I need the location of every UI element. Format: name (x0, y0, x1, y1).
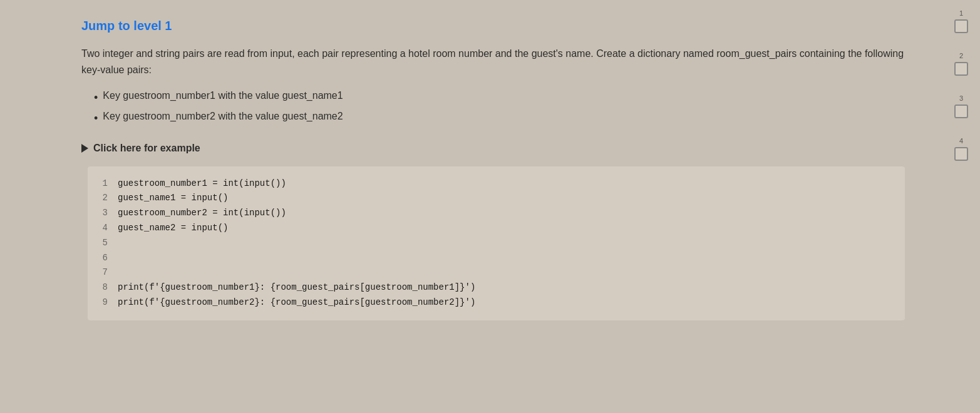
description-text: Two integer and string pairs are read fr… (81, 46, 905, 78)
level-item-3: 3 (954, 94, 968, 118)
bullet-list: Key guestroom_number1 with the value gue… (94, 90, 905, 126)
line-num-3: 3 (100, 206, 108, 221)
code-line-6: 6 (100, 251, 892, 266)
line-code-6 (118, 251, 123, 266)
code-block: 1 guestroom_number1 = int(input()) 2 gue… (88, 166, 905, 320)
bullet-item-2-text: Key guestroom_number2 with the value gue… (103, 111, 343, 122)
bullet-item-1-text: Key guestroom_number1 with the value gue… (103, 90, 343, 101)
level-checkbox-4[interactable] (954, 147, 968, 161)
code-line-2: 2 guest_name1 = input() (100, 191, 892, 206)
code-line-8: 8 print(f'{guestroom_number1}: {room_gue… (100, 280, 892, 295)
code-line-1: 1 guestroom_number1 = int(input()) (100, 176, 892, 191)
level-checkbox-2[interactable] (954, 62, 968, 76)
click-example-label: Click here for example (93, 143, 200, 154)
level-item-4: 4 (954, 137, 968, 161)
line-num-4: 4 (100, 221, 108, 236)
line-code-1: guestroom_number1 = int(input()) (118, 176, 286, 191)
level-number-3: 3 (959, 94, 963, 102)
line-code-2: guest_name1 = input() (118, 191, 228, 206)
line-code-8: print(f'{guestroom_number1}: {room_guest… (118, 280, 475, 295)
main-content: Jump to level 1 Two integer and string p… (0, 0, 942, 413)
line-code-4: guest_name2 = input() (118, 221, 228, 236)
line-code-5 (118, 236, 123, 251)
line-code-7 (118, 265, 123, 280)
line-code-9: print(f'{guestroom_number2}: {room_guest… (118, 295, 475, 310)
bullet-item-1: Key guestroom_number1 with the value gue… (94, 90, 905, 106)
right-sidebar: 1 2 3 4 (942, 0, 980, 413)
triangle-icon (81, 144, 88, 153)
jump-to-level-heading[interactable]: Jump to level 1 (81, 19, 905, 33)
code-line-5: 5 (100, 236, 892, 251)
level-number-1: 1 (959, 9, 963, 17)
line-num-5: 5 (100, 236, 108, 251)
level-checkbox-3[interactable] (954, 105, 968, 118)
level-number-4: 4 (959, 137, 963, 145)
line-num-1: 1 (100, 176, 108, 191)
code-line-3: 3 guestroom_number2 = int(input()) (100, 206, 892, 221)
line-code-3: guestroom_number2 = int(input()) (118, 206, 286, 221)
code-line-7: 7 (100, 265, 892, 280)
level-checkbox-1[interactable] (954, 19, 968, 33)
click-example-toggle[interactable]: Click here for example (81, 143, 905, 154)
code-line-4: 4 guest_name2 = input() (100, 221, 892, 236)
line-num-9: 9 (100, 295, 108, 310)
level-number-2: 2 (959, 52, 963, 59)
line-num-7: 7 (100, 265, 108, 280)
line-num-6: 6 (100, 251, 108, 266)
line-num-2: 2 (100, 191, 108, 206)
line-num-8: 8 (100, 280, 108, 295)
bullet-item-2: Key guestroom_number2 with the value gue… (94, 111, 905, 126)
level-item-1: 1 (954, 9, 968, 33)
code-line-9: 9 print(f'{guestroom_number2}: {room_gue… (100, 295, 892, 310)
level-item-2: 2 (954, 52, 968, 76)
